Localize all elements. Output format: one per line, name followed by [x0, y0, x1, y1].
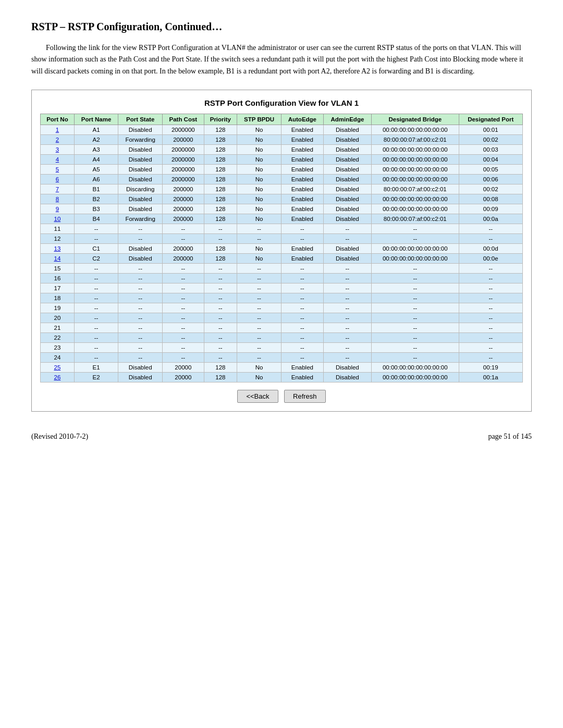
cell-desig-bridge: 00:00:00:00:00:00:00:00 — [372, 165, 459, 175]
cell-path-cost: 20000 — [162, 363, 204, 373]
cell-port-no[interactable]: 10 — [41, 214, 75, 224]
cell-port-name: E1 — [74, 363, 118, 373]
table-row: 18------------------ — [41, 293, 523, 303]
cell-port-no[interactable]: 5 — [41, 165, 75, 175]
cell-port-no: 11 — [41, 224, 75, 234]
cell-auto-edge: -- — [282, 343, 324, 353]
cell-priority: -- — [204, 323, 237, 333]
cell-path-cost: -- — [162, 343, 204, 353]
cell-admin-edge: Disabled — [323, 155, 371, 165]
cell-port-no[interactable]: 2 — [41, 135, 75, 145]
cell-port-state: -- — [118, 264, 163, 274]
cell-port-no: 16 — [41, 274, 75, 283]
cell-admin-edge: Disabled — [323, 175, 371, 184]
cell-port-no: 24 — [41, 353, 75, 363]
footer: (Revised 2010-7-2) page 51 of 145 — [31, 433, 532, 441]
table-row: 1A1Disabled2000000128NoEnabledDisabled00… — [41, 125, 523, 135]
cell-port-name: B3 — [74, 204, 118, 214]
cell-port-name: C2 — [74, 254, 118, 264]
back-button[interactable]: <<Back — [237, 390, 278, 403]
cell-port-no[interactable]: 7 — [41, 184, 75, 194]
table-row: 9B3Disabled200000128NoEnabledDisabled00:… — [41, 204, 523, 214]
table-row: 26E2Disabled20000128NoEnabledDisabled00:… — [41, 373, 523, 382]
cell-port-name: A3 — [74, 145, 118, 155]
cell-auto-edge: Enabled — [282, 214, 324, 224]
cell-desig-bridge: -- — [372, 264, 459, 274]
cell-auto-edge: -- — [282, 303, 324, 313]
cell-desig-port: 00:02 — [459, 184, 522, 194]
cell-stp-bpdu: -- — [237, 333, 281, 343]
cell-port-no[interactable]: 9 — [41, 204, 75, 214]
cell-priority: -- — [204, 353, 237, 363]
table-row: 5A5Disabled2000000128NoEnabledDisabled00… — [41, 165, 523, 175]
footer-revised: (Revised 2010-7-2) — [31, 433, 88, 441]
cell-desig-bridge: 80:00:00:07:af:00:c2:01 — [372, 214, 459, 224]
cell-stp-bpdu: No — [237, 214, 281, 224]
cell-port-no[interactable]: 8 — [41, 194, 75, 204]
cell-desig-bridge: 00:00:00:00:00:00:00:00 — [372, 363, 459, 373]
table-title: RSTP Port Configuration View for VLAN 1 — [40, 98, 523, 107]
cell-port-name: -- — [74, 274, 118, 283]
cell-priority: -- — [204, 274, 237, 283]
cell-path-cost: 200000 — [162, 254, 204, 264]
cell-stp-bpdu: No — [237, 363, 281, 373]
cell-port-name: -- — [74, 293, 118, 303]
cell-port-no[interactable]: 26 — [41, 373, 75, 382]
cell-port-state: Discarding — [118, 184, 163, 194]
cell-port-no[interactable]: 14 — [41, 254, 75, 264]
cell-port-state: -- — [118, 274, 163, 283]
cell-priority: 128 — [204, 125, 237, 135]
refresh-button[interactable]: Refresh — [284, 390, 326, 403]
cell-port-state: -- — [118, 293, 163, 303]
cell-desig-port: -- — [459, 234, 522, 244]
cell-port-state: -- — [118, 343, 163, 353]
cell-priority: -- — [204, 343, 237, 353]
cell-admin-edge: -- — [323, 224, 371, 234]
cell-auto-edge: -- — [282, 283, 324, 293]
cell-path-cost: 200000 — [162, 244, 204, 254]
table-row: 25E1Disabled20000128NoEnabledDisabled00:… — [41, 363, 523, 373]
table-row: 21------------------ — [41, 323, 523, 333]
cell-priority: 128 — [204, 194, 237, 204]
cell-auto-edge: -- — [282, 323, 324, 333]
cell-priority: 128 — [204, 184, 237, 194]
cell-desig-port: 00:0e — [459, 254, 522, 264]
table-row: 19------------------ — [41, 303, 523, 313]
cell-admin-edge: -- — [323, 353, 371, 363]
cell-admin-edge: -- — [323, 293, 371, 303]
button-row: <<Back Refresh — [40, 390, 523, 403]
cell-port-no[interactable]: 1 — [41, 125, 75, 135]
cell-priority: 128 — [204, 244, 237, 254]
cell-desig-bridge: 00:00:00:00:00:00:00:00 — [372, 373, 459, 382]
cell-port-name: A2 — [74, 135, 118, 145]
cell-port-no: 21 — [41, 323, 75, 333]
cell-port-no[interactable]: 25 — [41, 363, 75, 373]
table-row: 2A2Forwarding200000128NoEnabledDisabled8… — [41, 135, 523, 145]
cell-port-no[interactable]: 3 — [41, 145, 75, 155]
footer-page: page 51 of 145 — [488, 433, 532, 441]
cell-port-no: 19 — [41, 303, 75, 313]
table-row: 6A6Disabled2000000128NoEnabledDisabled00… — [41, 175, 523, 184]
cell-auto-edge: Enabled — [282, 363, 324, 373]
cell-desig-bridge: -- — [372, 333, 459, 343]
col-stp-bpdu: STP BPDU — [237, 114, 281, 125]
cell-port-no[interactable]: 13 — [41, 244, 75, 254]
page-title: RSTP – RSTP Configuration, Continued… — [31, 21, 532, 33]
cell-port-state: -- — [118, 303, 163, 313]
cell-priority: -- — [204, 313, 237, 323]
rstp-port-table: Port No Port Name Port State Path Cost P… — [40, 114, 523, 382]
cell-port-no[interactable]: 6 — [41, 175, 75, 184]
cell-port-state: Disabled — [118, 125, 163, 135]
cell-port-name: A4 — [74, 155, 118, 165]
cell-stp-bpdu: No — [237, 155, 281, 165]
cell-auto-edge: Enabled — [282, 165, 324, 175]
cell-port-name: -- — [74, 264, 118, 274]
cell-path-cost: 2000000 — [162, 145, 204, 155]
cell-stp-bpdu: No — [237, 165, 281, 175]
cell-port-state: Disabled — [118, 145, 163, 155]
cell-auto-edge: Enabled — [282, 175, 324, 184]
cell-priority: 128 — [204, 165, 237, 175]
cell-desig-port: 00:08 — [459, 194, 522, 204]
cell-admin-edge: -- — [323, 303, 371, 313]
cell-port-no[interactable]: 4 — [41, 155, 75, 165]
